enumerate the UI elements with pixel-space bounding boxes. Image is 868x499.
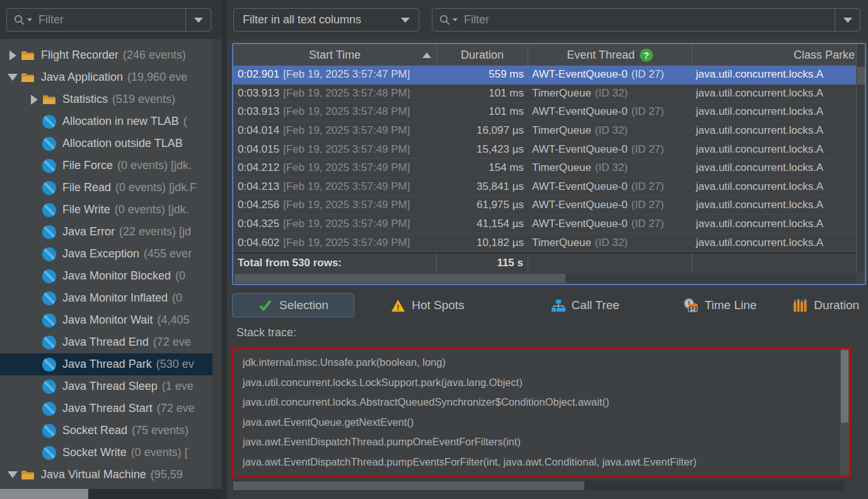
table-row[interactable]: 0:04.325[Feb 19, 2025 3:57:49 PM]41,154 … [233, 215, 865, 234]
start-date-value: [Feb 19, 2025 3:57:49 PM] [283, 124, 410, 137]
tree-item-socket-read[interactable]: Socket Read(75 events) [0, 420, 212, 442]
tab-selection[interactable]: Selection [232, 293, 354, 317]
tree-item-count: (95,59 [151, 468, 183, 481]
stack-frame[interactable]: java.util.concurrent.locks.LockSupport.p… [234, 373, 849, 393]
tree-item-label: Java Error [62, 225, 115, 238]
scrollbar-thumb[interactable] [233, 481, 584, 490]
tree-vertical-scrollbar[interactable] [212, 39, 222, 489]
scrollbar-thumb[interactable] [841, 350, 848, 423]
event-dot-icon [42, 247, 56, 261]
column-header-event-thread[interactable]: Event Thread? [528, 44, 692, 66]
cell-start-time: 0:02.901[Feb 19, 2025 3:57:47 PM] [233, 66, 437, 84]
expand-toggle[interactable] [5, 74, 20, 81]
search-icon [7, 14, 35, 26]
event-type-icon [42, 424, 57, 438]
tree-item-socket-write[interactable]: Socket Write(0 events) [ [0, 442, 212, 464]
stack-horizontal-scrollbar[interactable] [233, 481, 845, 491]
tree-item-flight-recorder[interactable]: Flight Recorder(246 events) [0, 44, 212, 66]
tree-item-count: (4,405 [157, 314, 189, 327]
table-row[interactable]: 0:04.014[Feb 19, 2025 3:57:49 PM]16,097 … [233, 122, 865, 141]
stack-frame[interactable]: java.awt.EventQueue.getNextEvent() [234, 413, 849, 433]
event-detail-area: Start TimeDurationEvent Thread?Class Par… [227, 39, 868, 499]
tree-item-java-monitor-blocked[interactable]: Java Monitor Blocked(0 [0, 265, 212, 287]
tree-item-allocation-outside-tlab[interactable]: Allocation outside TLAB [0, 132, 212, 155]
cell-event-thread: AWT-EventQueue-0(ID 27) [528, 178, 692, 196]
tree-item-allocation-in-new-tlab[interactable]: Allocation in new TLAB( [0, 110, 212, 132]
stack-frame[interactable]: java.util.concurrent.locks.AbstractQueue… [234, 392, 849, 413]
table-vertical-scrollbar[interactable] [856, 44, 865, 273]
table-filter-input[interactable]: Filter [432, 8, 860, 32]
thread-name: AWT-EventQueue-0 [532, 199, 628, 211]
tree-item-java-monitor-inflated[interactable]: Java Monitor Inflated(0 [0, 287, 212, 309]
stack-vertical-scrollbar[interactable] [840, 349, 849, 475]
help-icon[interactable]: ? [640, 49, 653, 62]
expand-toggle[interactable] [26, 95, 42, 105]
stack-frame[interactable]: java.awt.EventDispatchThread.pumpOneEven… [234, 432, 849, 452]
tree-item-java-exception[interactable]: Java Exception(455 ever [0, 243, 212, 265]
tree-item-java-thread-start[interactable]: Java Thread Start(72 eve [0, 397, 212, 420]
table-header-row: Start TimeDurationEvent Thread?Class Par… [233, 44, 865, 66]
column-header-class-parke[interactable]: Class Parke [692, 44, 856, 66]
scrollbar-thumb[interactable] [857, 67, 865, 85]
table-horizontal-scrollbar[interactable] [233, 273, 856, 284]
tree-item-label: Java Monitor Wait [62, 314, 153, 327]
cell-event-thread: AWT-EventQueue-0(ID 27) [528, 140, 692, 158]
tree-item-java-thread-sleep[interactable]: Java Thread Sleep(1 eve [0, 375, 212, 397]
search-options-caret-icon [453, 18, 458, 21]
tree-item-statistics[interactable]: Statistics(519 events) [0, 88, 212, 110]
thread-id: (ID 27) [632, 218, 664, 230]
tree-item-java-virtual-machine[interactable]: Java Virtual Machine(95,59 [0, 464, 212, 486]
tab-duration[interactable]: Duration [784, 294, 868, 317]
tree-filter-input[interactable]: Filter [6, 8, 211, 32]
event-type-icon [42, 336, 57, 349]
table-row[interactable]: 0:04.213[Feb 19, 2025 3:57:49 PM]35,841 … [233, 178, 865, 197]
tab-call-tree[interactable]: Call Tree [543, 294, 628, 317]
scrollbar-thumb[interactable] [0, 489, 88, 499]
table-row[interactable]: 0:04.256[Feb 19, 2025 3:57:49 PM]61,975 … [233, 196, 865, 215]
tree-item-count: (0 events) [jdk. [115, 203, 189, 216]
class-parked-value: java.util.concurrent.locks.A [696, 68, 823, 81]
filter-column-select[interactable]: Filter in all text columns [233, 8, 419, 32]
tree-item-java-thread-end[interactable]: Java Thread End(72 eve [0, 331, 212, 353]
expand-toggle[interactable] [5, 50, 20, 61]
table-row[interactable]: 0:04.212[Feb 19, 2025 3:57:49 PM]154 msT… [233, 159, 865, 178]
table-filter-dropdown-button[interactable] [835, 9, 860, 31]
event-dot-icon [42, 137, 56, 151]
triangle-expanded-icon [8, 74, 18, 81]
tree-item-java-error[interactable]: Java Error(22 events) [jd [0, 221, 212, 243]
tree-item-file-write[interactable]: File Write(0 events) [jdk. [0, 199, 212, 221]
tab-hot-spots[interactable]: !Hot Spots [382, 294, 473, 317]
folder-icon [20, 469, 35, 481]
table-row[interactable]: 0:04.602[Feb 19, 2025 3:57:49 PM]10,182 … [233, 233, 865, 252]
table-row[interactable]: 0:03.913[Feb 19, 2025 3:57:48 PM]101 msA… [233, 103, 865, 122]
tree-filter-dropdown-button[interactable] [185, 9, 211, 31]
chevron-down-icon [401, 18, 410, 23]
tree-item-file-read[interactable]: File Read(0 events) [jdk.F [0, 177, 212, 199]
cell-duration: 16,097 µs [437, 122, 528, 140]
tree-item-count: (72 eve [157, 402, 195, 415]
tree-horizontal-scrollbar[interactable] [0, 489, 222, 499]
column-header-start-time[interactable]: Start Time [233, 44, 437, 66]
expand-toggle[interactable] [5, 471, 20, 478]
cell-start-time: 0:04.602[Feb 19, 2025 3:57:49 PM] [233, 233, 437, 252]
scrollbar-thumb[interactable] [234, 274, 565, 283]
table-row[interactable]: 0:02.901[Feb 19, 2025 3:57:47 PM]559 msA… [233, 66, 865, 85]
cell-event-thread: AWT-EventQueue-0(ID 27) [528, 215, 692, 233]
tree-item-java-thread-park[interactable]: Java Thread Park(530 ev [0, 353, 212, 375]
stack-frame[interactable]: java.awt.EventDispatchThread.pumpEventsF… [234, 452, 849, 473]
tree-item-count: (0 [175, 269, 185, 283]
table-row[interactable]: 0:03.913[Feb 19, 2025 3:57:48 PM]101 msT… [233, 85, 865, 103]
tree-item-label: Java Thread Park [62, 358, 152, 371]
tab-time-line[interactable]: 12Time Line [674, 293, 766, 317]
tree-item-java-monitor-wait[interactable]: Java Monitor Wait(4,405 [0, 309, 212, 331]
table-row[interactable]: 0:04.015[Feb 19, 2025 3:57:49 PM]15,423 … [233, 140, 865, 159]
tree-item-java-application[interactable]: Java Application(19,960 eve [0, 66, 212, 88]
event-dot-icon [42, 358, 56, 372]
svg-text:12: 12 [690, 306, 696, 312]
tree-item-count: (0 [172, 291, 182, 305]
tree-item-file-force[interactable]: File Force(0 events) [jdk. [0, 155, 212, 177]
stack-frame[interactable]: jdk.internal.misc.Unsafe.park(boolean, l… [234, 353, 849, 373]
cell-event-thread: TimerQueue(ID 32) [528, 233, 692, 252]
column-header-duration[interactable]: Duration [437, 44, 528, 66]
bar-chart-icon [793, 298, 807, 312]
